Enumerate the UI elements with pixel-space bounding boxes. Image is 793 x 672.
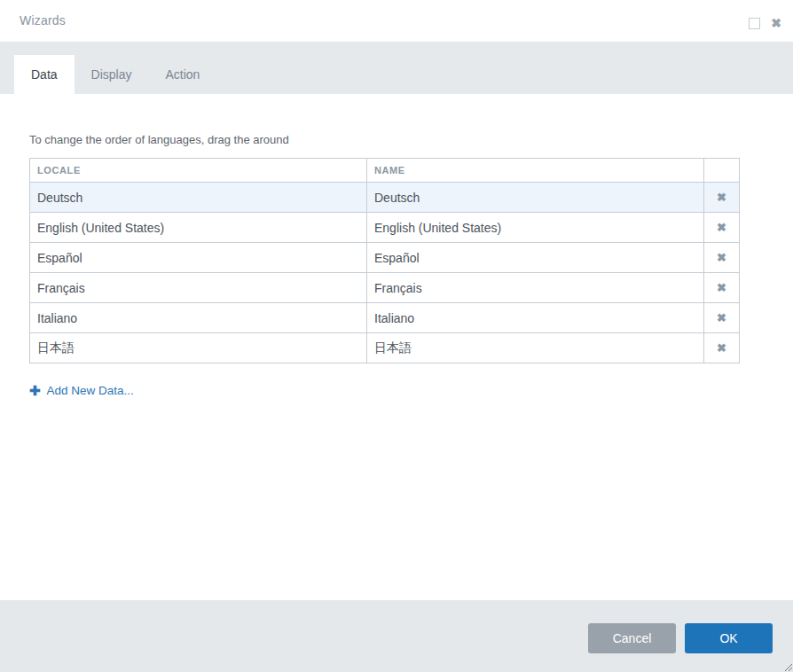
column-header-locale: LOCALE	[30, 159, 367, 183]
ok-button[interactable]: OK	[685, 623, 773, 653]
delete-row-icon[interactable]: ✖	[704, 213, 740, 243]
column-header-name: NAME	[367, 159, 704, 183]
delete-row-icon[interactable]: ✖	[704, 303, 740, 333]
wizards-dialog: Wizards ✖ Data Display Action To change …	[0, 0, 793, 399]
tab-data[interactable]: Data	[14, 55, 75, 94]
tab-panel-data: To change the order of languages, drag t…	[0, 133, 793, 399]
locale-cell: Español	[30, 243, 367, 273]
name-cell: 日本語	[367, 333, 704, 363]
add-new-data-label: Add New Data...	[47, 384, 134, 397]
tab-display[interactable]: Display	[75, 55, 149, 94]
name-cell: Español	[367, 243, 704, 273]
close-icon[interactable]: ✖	[771, 17, 781, 29]
locale-cell: English (United States)	[30, 213, 367, 243]
name-cell: Français	[367, 273, 704, 303]
name-cell: Deutsch	[367, 183, 704, 213]
table-row[interactable]: DeutschDeutsch✖	[30, 183, 740, 213]
instruction-text: To change the order of languages, drag t…	[29, 133, 793, 146]
add-new-data-link[interactable]: ✚ Add New Data...	[29, 384, 134, 397]
locale-cell: 日本語	[30, 333, 367, 363]
locale-cell: Deutsch	[30, 183, 367, 213]
locale-cell: Italiano	[30, 303, 367, 333]
cancel-button[interactable]: Cancel	[588, 623, 676, 653]
dialog-title: Wizards	[20, 13, 66, 27]
tab-display-label: Display	[91, 67, 132, 82]
tab-data-label: Data	[31, 67, 58, 82]
locale-cell: Français	[30, 273, 367, 303]
title-bar: Wizards ✖	[0, 0, 793, 42]
tab-action-label: Action	[165, 67, 200, 82]
resize-grip-icon[interactable]	[783, 662, 792, 671]
table-row[interactable]: English (United States)English (United S…	[30, 213, 740, 243]
table-row[interactable]: FrançaisFrançais✖	[30, 273, 740, 303]
footer-bar: Cancel OK	[0, 600, 793, 672]
window-controls: ✖	[749, 17, 781, 29]
tab-action[interactable]: Action	[148, 55, 216, 94]
delete-row-icon[interactable]: ✖	[704, 243, 740, 273]
name-cell: English (United States)	[367, 213, 704, 243]
delete-row-icon[interactable]: ✖	[704, 183, 740, 213]
table-header: LOCALE NAME	[30, 159, 740, 183]
table-body: DeutschDeutsch✖English (United States)En…	[30, 183, 740, 363]
column-header-actions	[704, 159, 740, 183]
name-cell: Italiano	[367, 303, 704, 333]
table-row[interactable]: 日本語日本語✖	[30, 333, 740, 363]
tab-bar: Data Display Action	[0, 42, 793, 94]
table-row[interactable]: EspañolEspañol✖	[30, 243, 740, 273]
delete-row-icon[interactable]: ✖	[704, 273, 740, 303]
languages-table: LOCALE NAME DeutschDeutsch✖English (Unit…	[29, 158, 740, 363]
maximize-icon[interactable]	[749, 18, 760, 29]
table-row[interactable]: ItalianoItaliano✖	[30, 303, 740, 333]
delete-row-icon[interactable]: ✖	[704, 333, 740, 363]
plus-icon: ✚	[29, 384, 41, 397]
